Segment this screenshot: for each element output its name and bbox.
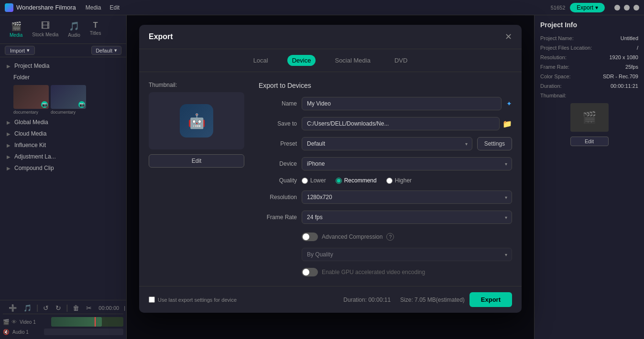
tab-stock-label: Stock Media xyxy=(32,32,58,37)
undo-button[interactable]: ↺ xyxy=(41,303,51,313)
close-button[interactable] xyxy=(633,5,639,11)
nav-global-label: Global Media xyxy=(14,119,48,126)
quality-lower[interactable]: Lower xyxy=(302,177,326,184)
tab-titles-label: Titles xyxy=(90,31,101,36)
quality-recommend-radio[interactable] xyxy=(336,178,342,184)
playhead xyxy=(95,317,96,327)
thumbnail-info-label: Thumbnail: xyxy=(540,93,566,98)
tab-dvd[interactable]: DVD xyxy=(390,55,412,66)
media-icon: 🎬 xyxy=(11,21,22,32)
thumbnail-2[interactable]: 📷 documentary xyxy=(51,85,86,115)
folder-browse-button[interactable]: 📁 xyxy=(502,119,512,128)
sidebar-item-project-media[interactable]: ▶ Project Media xyxy=(0,60,126,72)
sidebar-item-cloud-media[interactable]: ▶ Cloud Media xyxy=(0,128,126,139)
title-export-button[interactable]: Export ▾ xyxy=(570,3,605,12)
quality-higher[interactable]: Higher xyxy=(386,177,412,184)
tab-social-media[interactable]: Social Media xyxy=(330,55,375,66)
add-audio-button[interactable]: 🎵 xyxy=(22,303,33,313)
add-track-button[interactable]: ➕ xyxy=(7,303,19,313)
export-button[interactable]: Export xyxy=(469,292,512,307)
nav-folder-label: Folder xyxy=(13,74,30,81)
resolution-select[interactable]: 1280x720 1920x1080 3840x2160 xyxy=(302,191,512,204)
gpu-label: Enable GPU accelerated video encoding xyxy=(322,269,425,275)
quality-mode-select-wrapper: By Quality By Bitrate xyxy=(302,248,512,261)
modal-thumbnail-panel: Thumbnail: 🤖 Edit xyxy=(149,82,244,276)
use-last-settings-checkbox[interactable]: Use last export settings for device xyxy=(149,297,237,303)
tab-media[interactable]: 🎬 Media xyxy=(5,19,27,40)
quality-mode-select[interactable]: By Quality By Bitrate xyxy=(302,248,512,261)
delete-button[interactable]: 🗑 xyxy=(71,303,81,313)
nav-cloud-label: Cloud Media xyxy=(14,130,46,137)
project-name-label: Project Name: xyxy=(540,35,574,41)
version-number: 51652 xyxy=(551,5,566,11)
name-input[interactable] xyxy=(302,97,502,110)
help-icon[interactable]: ? xyxy=(386,233,394,241)
preset-label: Preset xyxy=(259,140,297,147)
import-bar: Import ▾ Default ▾ xyxy=(0,44,126,57)
thumbnail-row-1: 📷 documentary 📷 documentary xyxy=(13,85,124,115)
default-arrow: ▾ xyxy=(114,47,117,53)
thumbnail-1[interactable]: 📷 documentary xyxy=(13,85,49,115)
modal-header: Export ✕ xyxy=(139,25,522,49)
audio-mute-icon[interactable]: 🔇 xyxy=(3,329,10,335)
resolution-info-value: 1920 x 1080 xyxy=(609,54,638,60)
app-name: Wondershare Filmora xyxy=(16,4,76,11)
resolution-select-wrapper: 1280x720 1920x1080 3840x2160 xyxy=(302,191,512,204)
quality-higher-radio[interactable] xyxy=(386,178,393,184)
save-to-input[interactable] xyxy=(302,117,500,130)
nav-tree: ▶ Project Media Folder 📷 documentary xyxy=(0,57,126,300)
center-area: Export ✕ Local Device Social Media DV xyxy=(127,15,534,339)
video-track-icon-2[interactable]: 👁 xyxy=(11,319,17,325)
maximize-button[interactable] xyxy=(624,5,630,11)
sidebar-item-compound-clip[interactable]: ▶ Compound Clip xyxy=(0,162,126,174)
nav-influence-label: Influence Kit xyxy=(14,142,46,148)
modal-title: Export xyxy=(149,32,173,41)
sidebar-item-folder[interactable]: Folder xyxy=(0,72,126,83)
use-last-settings-input[interactable] xyxy=(149,297,155,303)
video-track-icon-1[interactable]: 🎬 xyxy=(3,319,10,325)
menu-file[interactable]: Media xyxy=(86,4,101,11)
settings-button[interactable]: Settings xyxy=(477,137,512,150)
sidebar-item-influence-kit[interactable]: ▶ Influence Kit xyxy=(0,139,126,151)
gpu-toggle[interactable] xyxy=(302,268,318,276)
tab-titles[interactable]: T Titles xyxy=(85,19,106,40)
nav-compound-label: Compound Clip xyxy=(14,165,54,171)
split-button[interactable]: ✂ xyxy=(84,303,94,313)
resolution-info-label: Resolution: xyxy=(540,54,567,60)
panel-edit-button[interactable]: Edit xyxy=(570,137,609,146)
frame-rate-label: Frame Rate xyxy=(259,214,297,221)
stock-media-icon: 🎞 xyxy=(41,21,50,31)
export-modal: Export ✕ Local Device Social Media DV xyxy=(139,25,522,313)
preset-select[interactable]: Default Custom xyxy=(302,137,472,150)
minimize-button[interactable] xyxy=(614,5,620,11)
color-space-value: SDR - Rec.709 xyxy=(603,74,638,79)
redo-button[interactable]: ↻ xyxy=(54,303,63,313)
tab-stock-media[interactable]: 🎞 Stock Media xyxy=(27,19,63,40)
frame-rate-select[interactable]: 24 fps 25 fps 30 fps 60 fps xyxy=(302,211,512,224)
thumbnail-edit-button[interactable]: Edit xyxy=(149,154,244,168)
tab-audio[interactable]: 🎵 Audio xyxy=(63,19,85,40)
import-label: Import xyxy=(10,48,25,53)
name-row: Name ✦ xyxy=(259,97,512,110)
quality-lower-radio[interactable] xyxy=(302,178,308,184)
size-info: Size: 7.05 MB(estimated) xyxy=(400,297,465,303)
ai-icon-name[interactable]: ✦ xyxy=(506,100,512,107)
frame-rate-select-wrapper: 24 fps 25 fps 30 fps 60 fps xyxy=(302,211,512,224)
main-layout: 🎬 Media 🎞 Stock Media 🎵 Audio T Titles I… xyxy=(0,15,644,339)
advanced-compression-toggle[interactable] xyxy=(302,233,318,241)
modal-body: Thumbnail: 🤖 Edit Export to Devices xyxy=(139,72,522,286)
tab-local[interactable]: Local xyxy=(249,55,273,66)
nav-project-media-label: Project Media xyxy=(14,63,49,69)
default-selector[interactable]: Default ▾ xyxy=(91,46,121,55)
quality-recommend[interactable]: Recommend xyxy=(336,177,377,184)
quality-options: Lower Recommend Higher xyxy=(302,177,412,184)
menu-edit[interactable]: Edit xyxy=(109,4,120,11)
modal-close-button[interactable]: ✕ xyxy=(505,32,512,42)
panel-thumbnail: 🎬 xyxy=(570,103,609,132)
tab-device[interactable]: Device xyxy=(287,55,316,66)
device-row: Device iPhone iPad Android Apple TV xyxy=(259,157,512,170)
import-button[interactable]: Import ▾ xyxy=(5,46,35,55)
sidebar-item-global-media[interactable]: ▶ Global Media xyxy=(0,117,126,128)
device-select[interactable]: iPhone iPad Android Apple TV xyxy=(302,157,512,170)
sidebar-item-adjustment-layers[interactable]: ▶ Adjustment La... xyxy=(0,151,126,162)
